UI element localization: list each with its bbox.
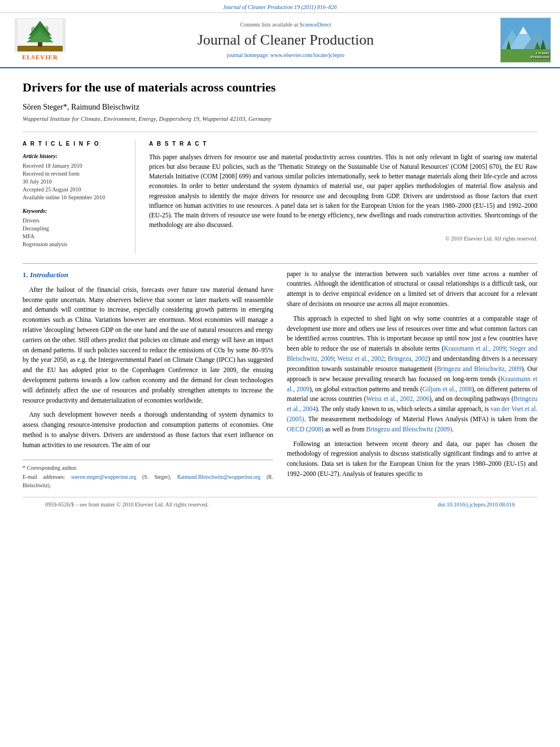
elsevier-tree-svg [18, 19, 63, 51]
issn-text: 0959-6526/$ – see front matter © 2010 El… [45, 501, 208, 509]
intro-paragraph-2: Any such development however needs a tho… [23, 410, 273, 450]
abstract-column: A B S T R A C T This paper analyses driv… [149, 140, 537, 254]
keywords-title: Keywords: [23, 207, 126, 215]
email-footnote: E-mail addresses: soeren.steger@wupperin… [23, 473, 273, 490]
email1-link[interactable]: soeren.steger@wupperinst.org [71, 474, 137, 480]
article-title: Drivers for the use of materials across … [23, 80, 537, 96]
intro-paragraph-5: Following an interaction between recent … [287, 439, 537, 479]
elsevier-brand-text: ELSEVIER [22, 53, 58, 62]
ref-oecd2008[interactable]: OECD (2008) [287, 426, 323, 433]
email-label: E-mail addresses: [23, 474, 65, 480]
article-received: Received 18 January 2010 Received in rev… [23, 162, 126, 202]
journal-center: Contents lists available at ScienceDirec… [71, 21, 500, 59]
affiliation: Wuppertal Institute for Climate, Environ… [23, 115, 537, 132]
ref-weisz2002[interactable]: Weisz et al., 2002 [338, 355, 384, 362]
body-separator [23, 263, 537, 264]
ref-bringezu2009b[interactable]: Bringezu and Bleischwitz (2009) [366, 426, 452, 433]
keyword-drivers: Drivers [23, 217, 126, 225]
ref-bringezu2009[interactable]: Bringezu and Bleischwitz, 2009 [437, 365, 522, 372]
ref-vandervoet2005[interactable]: van der Voet et al. (2005) [287, 405, 537, 422]
body-col-right: paper is to analyse the interaction betw… [287, 269, 537, 491]
section-number: 1. [23, 270, 28, 279]
article-info-column: A R T I C L E I N F O Article history: R… [23, 140, 135, 254]
ref-giljum2008[interactable]: Giljum et al., 2008 [422, 386, 471, 392]
section-title: Introduction [30, 270, 68, 279]
ref-krausmann2009b[interactable]: Krausmann et al., 2009 [287, 375, 537, 392]
body-col-left: 1. Introduction After the bailout of the… [23, 269, 273, 491]
keyword-regression: Regression analysis [23, 241, 126, 248]
body-two-columns: 1. Introduction After the bailout of the… [23, 269, 537, 491]
journal-citation-bar: Journal of Cleaner Production 19 (2011) … [0, 0, 560, 13]
article-info-title: A R T I C L E I N F O [23, 140, 126, 148]
authors: Sören Steger*, Raimund Bleischwitz [23, 103, 139, 111]
keyword-decoupling: Decoupling [23, 225, 126, 233]
svg-point-7 [45, 26, 49, 32]
article-history-title: Article history: [23, 152, 126, 160]
authors-line: Sören Steger*, Raimund Bleischwitz [23, 102, 537, 113]
journal-header: ELSEVIER Contents lists available at Sci… [0, 13, 560, 68]
journal-citation: Journal of Cleaner Production 19 (2011) … [223, 4, 337, 10]
article-info-abstract: A R T I C L E I N F O Article history: R… [23, 140, 537, 254]
sciencedirect-link[interactable]: ScienceDirect [299, 21, 331, 28]
journal-homepage-link[interactable]: journal homepage: www.elsevier.com/locat… [227, 52, 344, 58]
doi-link[interactable]: doi:10.1016/j.jclepro.2010.08.016 [438, 501, 515, 509]
keyword-mfa: MFA [23, 233, 126, 241]
elsevier-logo: ELSEVIER [9, 18, 71, 62]
sciencedirect-line: Contents lists available at ScienceDirec… [77, 21, 495, 29]
bottom-bar: 0959-6526/$ – see front matter © 2010 El… [23, 497, 537, 512]
abstract-text: This paper analyses drivers for resource… [149, 152, 537, 230]
cp-logo-text: CleanerProduction [531, 51, 549, 60]
abstract-title: A B S T R A C T [149, 140, 537, 148]
keywords-list: Drivers Decoupling MFA Regression analys… [23, 217, 126, 248]
introduction-heading: 1. Introduction [23, 269, 273, 281]
email2-link[interactable]: Raimund.Bleischwitz@wupperinst.org [177, 474, 266, 480]
copyright-line: © 2010 Elsevier Ltd. All rights reserved… [149, 235, 537, 243]
article-content: Drivers for the use of materials across … [0, 68, 560, 523]
intro-paragraph-4: This approach is expected to shed light … [287, 314, 537, 435]
cleaner-production-logo: CleanerProduction [500, 18, 551, 63]
footnote-area: * Corresponding author. E-mail addresses… [23, 460, 273, 490]
intro-paragraph-3: paper is to analyse the interaction betw… [287, 269, 537, 309]
email-separator: (S. Steger), [142, 474, 177, 480]
ref-krausmann2009[interactable]: Krausmann et al., 2009 [444, 345, 505, 352]
intro-paragraph-1: After the bailout of the financial crisi… [23, 285, 273, 406]
svg-point-6 [31, 27, 36, 33]
ref-weisz2002b[interactable]: Weisz et al., 2002, 2006 [366, 395, 430, 402]
page: Journal of Cleaner Production 19 (2011) … [0, 0, 560, 747]
ref-bringezu2002[interactable]: Bringezu, 2002 [388, 355, 428, 362]
elsevier-tree-graphic [15, 18, 65, 52]
corresponding-author-note: * Corresponding author. [23, 464, 273, 473]
cp-logo-image: CleanerProduction [501, 18, 550, 62]
journal-title: Journal of Cleaner Production [77, 31, 495, 49]
journal-homepage: journal homepage: www.elsevier.com/locat… [77, 51, 495, 59]
